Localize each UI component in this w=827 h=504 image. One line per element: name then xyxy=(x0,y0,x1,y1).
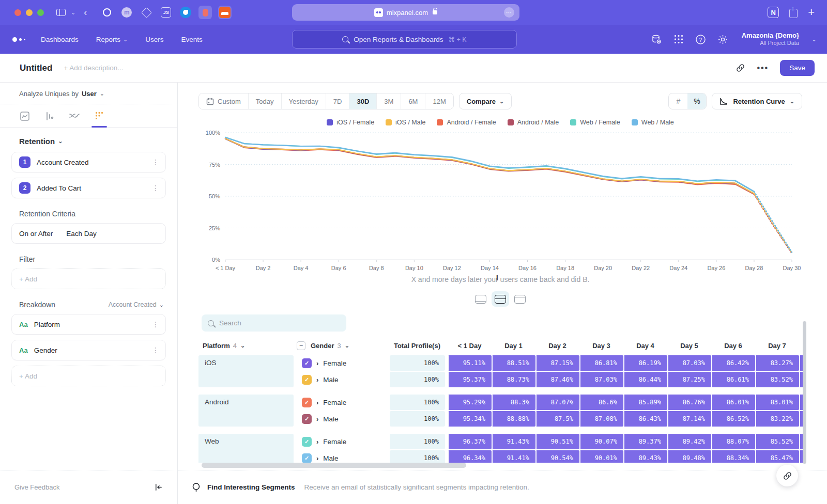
retention-value-cell[interactable]: 95.37% xyxy=(448,372,492,387)
series-checkbox[interactable]: ✓ xyxy=(302,453,312,463)
retention-value-cell[interactable]: 86.43% xyxy=(623,411,667,427)
indeterminate-checkbox[interactable]: − xyxy=(297,341,305,350)
chart-type-select[interactable]: Retention Curve⌄ xyxy=(712,93,802,109)
table-search[interactable] xyxy=(202,314,346,332)
retention-value-cell[interactable]: 87.03% xyxy=(667,355,711,371)
retention-step-a[interactable]: 1 Account Created ⋮ xyxy=(11,152,166,172)
nav-events[interactable]: Events xyxy=(181,36,203,43)
retention-line-chart[interactable]: 0%25%50%75%100%< 1 DayDay 2Day 4Day 6Day… xyxy=(198,128,802,273)
retention-value-cell[interactable]: 89.37% xyxy=(623,434,667,449)
share-link-floating-button[interactable] xyxy=(776,465,798,486)
retention-value-cell[interactable]: 96.37% xyxy=(448,434,492,449)
tab-insights[interactable] xyxy=(19,111,30,122)
kebab-menu-icon[interactable]: ⋮ xyxy=(152,320,159,328)
address-bar[interactable]: mixpanel.com ⋯ xyxy=(292,4,519,21)
close-window-button[interactable] xyxy=(14,9,21,16)
retention-value-cell[interactable]: 87.14% xyxy=(667,411,711,427)
column-day-3[interactable]: Day 3 xyxy=(579,342,623,350)
retention-value-cell[interactable]: 87.07% xyxy=(535,395,579,410)
retention-value-cell[interactable]: 89.48% xyxy=(667,450,711,463)
retention-value-cell[interactable]: 86.42% xyxy=(711,355,755,371)
retention-value-cell[interactable]: 89.42% xyxy=(667,434,711,449)
retention-value-cell[interactable]: 88.07% xyxy=(711,434,755,449)
legend-item[interactable]: Web / Female xyxy=(570,119,620,126)
retention-value-cell[interactable]: 90.07% xyxy=(579,434,623,449)
retention-value-cell[interactable]: 88.88% xyxy=(492,411,535,427)
analyze-entity-select[interactable]: User xyxy=(82,90,97,98)
legend-item[interactable]: iOS / Male xyxy=(386,119,425,126)
notion-extension-icon[interactable]: N xyxy=(768,7,779,18)
retention-section-header[interactable]: Retention⌄ xyxy=(11,137,166,146)
retention-value-cell[interactable]: 88.34% xyxy=(711,450,755,463)
share-icon[interactable] xyxy=(789,9,798,18)
help-icon[interactable]: ? xyxy=(695,34,706,45)
page-title[interactable]: Untitled xyxy=(20,63,52,73)
retention-value-cell[interactable]: 96.34% xyxy=(448,450,492,463)
horizontal-scrollbar[interactable] xyxy=(202,463,466,468)
retention-value-cell[interactable]: 86.61% xyxy=(711,372,755,387)
browser-sidebar-icon[interactable] xyxy=(56,9,66,16)
series-checkbox[interactable]: ✓ xyxy=(302,437,312,447)
new-tab-button[interactable]: + xyxy=(808,6,815,19)
expand-chevron-icon[interactable]: › xyxy=(316,438,318,446)
add-breakdown-button[interactable]: + Add xyxy=(11,366,166,386)
retention-value-cell[interactable]: 90.54% xyxy=(535,450,579,463)
chart-only-toggle[interactable] xyxy=(472,291,489,307)
soundcloud-icon[interactable] xyxy=(218,6,232,19)
legend-item[interactable]: Web / Male xyxy=(632,119,674,126)
retention-value-cell[interactable]: 90.51% xyxy=(535,434,579,449)
retention-value-cell[interactable]: 91.43% xyxy=(492,434,535,449)
account-switcher[interactable]: Amazonia {Demo} All Project Data xyxy=(742,32,799,47)
retention-value-cell[interactable]: 86.44% xyxy=(623,372,667,387)
save-button[interactable]: Save xyxy=(780,60,815,76)
retention-value-cell[interactable]: 86.52% xyxy=(711,411,755,427)
retention-value-cell[interactable]: 85.89% xyxy=(623,395,667,410)
retention-value-cell[interactable]: 83.22% xyxy=(755,411,799,427)
series-checkbox[interactable]: ✓ xyxy=(302,414,312,424)
legend-item[interactable]: Android / Female xyxy=(437,119,496,126)
retention-value-cell[interactable]: 86.81% xyxy=(579,355,623,371)
retention-value-cell[interactable]: 87.08% xyxy=(579,411,623,427)
chevron-down-icon[interactable]: ⌄ xyxy=(71,9,75,16)
bird-icon[interactable] xyxy=(179,6,192,19)
retention-value-cell[interactable]: 83.27% xyxy=(755,355,799,371)
add-filter-button[interactable]: + Add xyxy=(11,269,166,289)
address-more-icon[interactable]: ⋯ xyxy=(504,7,514,18)
split-view-toggle[interactable] xyxy=(492,291,509,307)
gender-cell[interactable]: ✓›Female xyxy=(297,355,390,371)
minimize-window-button[interactable] xyxy=(26,9,33,16)
column-total-profiles[interactable]: Total Profile(s) xyxy=(390,342,448,350)
kebab-menu-icon[interactable]: ⋮ xyxy=(152,346,159,354)
retention-value-cell[interactable]: 86.01% xyxy=(711,395,755,410)
compare-button[interactable]: Compare⌄ xyxy=(459,93,512,109)
column-day-7[interactable]: Day 7 xyxy=(755,342,799,350)
retention-value-cell[interactable]: 88.51% xyxy=(492,355,535,371)
retention-value-cell[interactable]: 88.73% xyxy=(492,372,535,387)
range-today[interactable]: Today xyxy=(249,93,282,109)
column-day-5[interactable]: Day 5 xyxy=(667,342,711,350)
range-30d[interactable]: 30D xyxy=(349,93,377,109)
find-segments-title[interactable]: Find Interesting Segments xyxy=(207,483,295,491)
column-gender[interactable]: − Gender3 ⌄ xyxy=(297,341,390,350)
copy-link-icon[interactable] xyxy=(736,63,745,73)
legend-item[interactable]: iOS / Female xyxy=(327,119,374,126)
retention-value-cell[interactable]: 87.15% xyxy=(535,355,579,371)
js-icon[interactable]: JS xyxy=(159,6,173,19)
table-only-toggle[interactable] xyxy=(511,291,529,307)
global-search[interactable]: Open Reports & Dashboards ⌘ + K xyxy=(292,30,517,49)
retention-value-cell[interactable]: 91.41% xyxy=(492,450,535,463)
back-icon[interactable]: ‹ xyxy=(84,7,87,18)
vertical-scrollbar[interactable] xyxy=(803,321,806,464)
percent-toggle[interactable]: % xyxy=(687,93,706,109)
retention-value-cell[interactable]: 86.6% xyxy=(579,395,623,410)
gender-cell[interactable]: ✓›Male xyxy=(297,450,390,463)
platform-cell[interactable]: Web xyxy=(198,434,294,463)
nav-dashboards[interactable]: Dashboards xyxy=(41,36,79,43)
expand-chevron-icon[interactable]: › xyxy=(316,454,318,462)
range-3m[interactable]: 3M xyxy=(377,93,401,109)
legend-item[interactable]: Android / Male xyxy=(508,119,559,126)
retention-value-cell[interactable]: 89.43% xyxy=(623,450,667,463)
series-checkbox[interactable]: ✓ xyxy=(302,398,312,407)
expand-chevron-icon[interactable]: › xyxy=(316,359,318,367)
tab-flows[interactable] xyxy=(69,111,80,122)
